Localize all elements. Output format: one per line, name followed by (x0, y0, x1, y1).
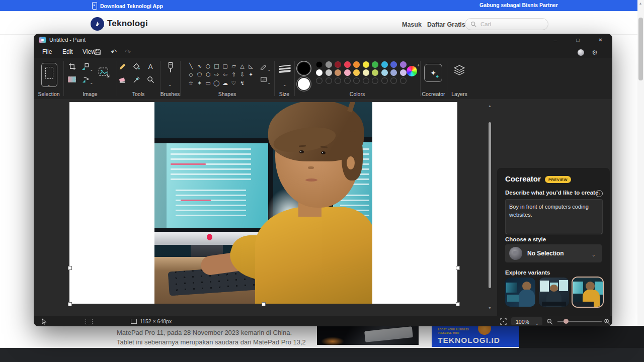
shape-option[interactable]: ✶ (195, 79, 204, 87)
layers-button[interactable] (453, 64, 466, 77)
minimize-button[interactable] (544, 34, 567, 46)
color-swatch[interactable] (381, 69, 388, 76)
primary-color-swatch[interactable] (298, 62, 310, 74)
search-input[interactable] (479, 21, 537, 28)
chevron-down-icon[interactable] (283, 79, 287, 88)
shape-option[interactable]: ○ (204, 62, 212, 70)
chevron-down-icon[interactable] (90, 77, 94, 86)
shape-option[interactable]: ⬡ (204, 70, 212, 79)
canvas-scrollbar-thumb[interactable] (489, 122, 491, 288)
zoom-out-button[interactable] (546, 318, 553, 325)
copilot-button[interactable] (576, 48, 586, 57)
color-swatch[interactable] (344, 69, 351, 76)
color-swatch[interactable] (344, 61, 351, 68)
chevron-down-icon[interactable] (90, 64, 94, 73)
color-swatch[interactable] (390, 61, 397, 68)
shape-option[interactable]: ▢ (221, 62, 229, 70)
color-swatch[interactable] (381, 61, 388, 68)
custom-color-slot[interactable] (381, 77, 388, 84)
maximize-button[interactable] (567, 34, 589, 46)
save-button[interactable] (93, 47, 103, 56)
shape-option[interactable]: ◺ (247, 62, 255, 70)
login-link[interactable]: Masuk (402, 21, 422, 28)
color-swatch[interactable] (363, 69, 369, 76)
custom-color-slot[interactable] (326, 77, 332, 84)
site-brand[interactable]: Teknologi (107, 19, 148, 29)
shape-option[interactable]: ♡ (229, 79, 238, 87)
custom-color-slot[interactable] (372, 77, 378, 84)
shape-option[interactable]: ▱ (229, 62, 238, 70)
shape-option[interactable]: △ (238, 62, 247, 70)
size-button[interactable] (279, 64, 291, 74)
text-tool[interactable] (146, 62, 155, 71)
color-swatch[interactable] (353, 61, 360, 68)
shape-option[interactable]: ✦ (247, 70, 255, 79)
chevron-down-icon[interactable] (168, 79, 172, 88)
scroll-up-icon[interactable] (488, 104, 492, 108)
shape-option[interactable]: ╲ (187, 62, 195, 70)
canvas-handle-bottom[interactable] (262, 302, 266, 306)
close-button[interactable] (589, 34, 612, 46)
signup-link[interactable]: Daftar Gratis (427, 21, 465, 28)
color-swatch[interactable] (372, 61, 378, 68)
shape-option[interactable]: ⇨ (212, 70, 221, 79)
shape-option[interactable]: ⇩ (238, 70, 247, 79)
shape-option[interactable]: ↯ (238, 79, 247, 87)
shape-option[interactable]: ⇧ (229, 70, 238, 79)
insert-image-button[interactable] (98, 66, 111, 79)
menu-file[interactable]: File (38, 47, 56, 57)
resize-button[interactable] (80, 62, 90, 71)
selection-tool-button[interactable] (41, 63, 57, 87)
site-search[interactable] (465, 18, 548, 30)
chevron-down-icon[interactable] (267, 64, 271, 73)
variant-thumbnail-2[interactable] (539, 278, 569, 307)
fill-tool[interactable] (132, 62, 141, 71)
color-swatch[interactable] (372, 69, 378, 76)
shape-option[interactable]: ∿ (195, 62, 204, 70)
shape-option[interactable]: ◇ (187, 70, 195, 79)
custom-color-slot[interactable] (344, 77, 351, 84)
brushes-button[interactable] (165, 61, 176, 76)
ad-banner[interactable]: BOOST YOUR BUSINESS PRESENCE WITH TEKNOL… (432, 326, 519, 347)
page-scrollbar-thumb[interactable] (638, 18, 643, 80)
chevron-down-icon[interactable] (267, 77, 271, 86)
color-swatch[interactable] (363, 61, 369, 68)
color-swatch[interactable] (390, 69, 397, 76)
zoom-slider-thumb[interactable] (564, 319, 569, 324)
color-swatch[interactable] (326, 69, 332, 76)
canvas-handle-right[interactable] (456, 266, 460, 270)
color-swatch[interactable] (326, 61, 332, 68)
shape-option[interactable]: ◯ (212, 79, 221, 87)
select-pixels-button[interactable] (67, 75, 76, 84)
scrollbar-up-icon[interactable] (639, 2, 642, 5)
color-swatch[interactable] (353, 69, 360, 76)
custom-color-slot[interactable] (400, 77, 407, 84)
prompt-input[interactable]: Boy in front of computers coding website… (505, 199, 603, 234)
secondary-color-swatch[interactable] (298, 78, 310, 90)
custom-color-slot[interactable] (363, 77, 369, 84)
canvas-scrollbar[interactable] (488, 104, 492, 310)
settings-button[interactable] (590, 48, 600, 57)
canvas-handle-left[interactable] (68, 266, 72, 270)
scroll-down-icon[interactable] (488, 306, 492, 310)
shape-option[interactable]: □ (212, 62, 221, 70)
color-swatch[interactable] (335, 61, 341, 68)
style-dropdown[interactable]: No Selection (505, 244, 602, 262)
variant-thumbnail-3[interactable] (573, 278, 603, 307)
pencil-tool[interactable] (118, 62, 127, 71)
canvas-handle-bottom-left[interactable] (68, 302, 72, 306)
color-swatch[interactable] (316, 61, 323, 68)
info-icon[interactable] (596, 190, 603, 197)
shape-option[interactable]: ⇦ (221, 70, 229, 79)
partner-link[interactable]: Gabung sebagai Bisnis Partner (479, 2, 558, 8)
redo-button[interactable] (123, 47, 133, 56)
custom-color-slot[interactable] (316, 77, 323, 84)
page-scrollbar[interactable] (637, 0, 644, 326)
color-swatch[interactable] (335, 69, 341, 76)
color-swatch[interactable] (316, 69, 323, 76)
color-swatch[interactable] (400, 69, 407, 76)
crop-button[interactable] (67, 62, 76, 71)
custom-color-slot[interactable] (390, 77, 397, 84)
canvas-handle-corner[interactable] (456, 302, 460, 306)
article-image-tablet[interactable] (317, 326, 419, 345)
